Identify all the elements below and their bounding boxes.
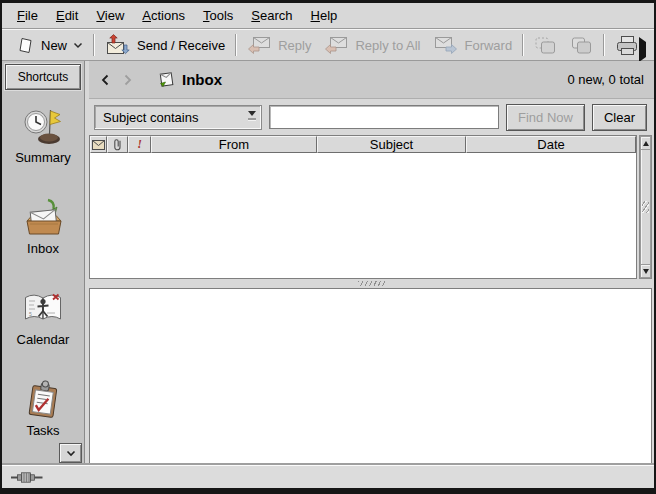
search-criteria-value: Subject contains [103, 110, 198, 125]
menu-item-tools[interactable]: Tools [194, 4, 242, 27]
menu-item-actions[interactable]: Actions [133, 4, 194, 27]
folder-message-counts: 0 new, 0 total [567, 72, 644, 87]
forward-button[interactable]: Forward [430, 33, 515, 57]
column-header-date[interactable]: Date [466, 136, 636, 153]
message-list: ! From Subject Date [89, 135, 654, 279]
status-bar [2, 465, 654, 488]
nav-forward-button[interactable] [120, 72, 136, 88]
sidebar-scroll-down-button[interactable] [59, 443, 82, 463]
scroll-down-icon [66, 450, 76, 457]
inbox-tray-icon [22, 198, 64, 238]
attachment-icon [113, 138, 122, 151]
forward-nav-icon [124, 74, 132, 86]
toolbar-separator [522, 34, 524, 56]
clear-button[interactable]: Clear [592, 104, 647, 131]
nav-back-button[interactable] [97, 72, 113, 88]
copy-to-folder-button[interactable] [567, 34, 596, 57]
app-window: File Edit View Actions Tools Search Help… [0, 0, 656, 494]
menu-item-search[interactable]: Search [242, 4, 301, 27]
priority-icon: ! [137, 137, 142, 152]
calendar-book-icon: 5 [22, 289, 64, 329]
splitter-grip [358, 281, 386, 286]
tasks-clipboard-icon [22, 380, 64, 420]
toolbar-overflow-icon [639, 37, 646, 62]
message-list-scrollbar [639, 135, 652, 279]
sidebar-item-label: Inbox [27, 241, 59, 256]
message-list-body[interactable] [90, 153, 636, 278]
shortcuts-sidebar: Shortcuts Summary [2, 61, 85, 465]
column-header-priority[interactable]: ! [128, 136, 151, 153]
inbox-folder-icon [157, 71, 175, 88]
preview-pane [89, 288, 652, 464]
shortcut-list: Summary [15, 90, 71, 438]
reply-to-all-button[interactable]: Reply to All [321, 33, 423, 57]
new-message-icon [16, 36, 35, 55]
message-status-icon [92, 140, 105, 150]
summary-clock-icon [22, 107, 64, 147]
scroll-up-button[interactable] [640, 136, 651, 150]
move-to-folder-button[interactable] [531, 34, 560, 57]
message-list-header: ! From Subject Date [90, 136, 636, 153]
scrollbar-thumb[interactable] [640, 150, 651, 264]
menu-item-edit[interactable]: Edit [47, 4, 87, 27]
folder-title: Inbox [182, 71, 222, 88]
delete-icon [652, 35, 656, 56]
toolbar-separator [603, 34, 605, 56]
find-now-button[interactable]: Find Now [506, 104, 585, 131]
toolbar-overflow-button[interactable] [637, 40, 648, 59]
sidebar-item-tasks[interactable]: Tasks [22, 380, 64, 438]
move-to-folder-icon [534, 36, 557, 55]
sidebar-item-summary[interactable]: Summary [15, 107, 71, 165]
sidebar-item-inbox[interactable]: Inbox [22, 198, 64, 256]
print-icon [615, 35, 639, 56]
send-receive-icon [105, 34, 131, 56]
menu-item-view[interactable]: View [87, 4, 133, 27]
menu-bar: File Edit View Actions Tools Search Help [2, 3, 654, 29]
sidebar-item-label: Summary [15, 150, 71, 165]
send-receive-button[interactable]: Send / Receive [102, 32, 228, 58]
menu-item-file[interactable]: File [8, 4, 47, 27]
column-header-subject[interactable]: Subject [317, 136, 466, 153]
reply-label: Reply [278, 38, 311, 53]
send-receive-label: Send / Receive [137, 38, 225, 53]
reply-button[interactable]: Reply [244, 33, 314, 57]
search-bar: Subject contains Find Now Clear [89, 99, 654, 135]
search-criteria-dropdown[interactable]: Subject contains [94, 105, 262, 130]
folder-title-bar: Inbox 0 new, 0 total [89, 61, 654, 99]
svg-text:5: 5 [29, 311, 32, 317]
menu-item-help[interactable]: Help [302, 4, 347, 27]
sidebar-item-label: Calendar [17, 332, 70, 347]
sidebar-item-label: Tasks [26, 423, 59, 438]
main-toolbar: New Send / Receive [2, 29, 654, 61]
search-input[interactable] [269, 105, 499, 129]
scroll-down-button[interactable] [640, 264, 651, 278]
back-icon [101, 74, 109, 86]
dropdown-arrow-icon [248, 111, 256, 120]
connection-plug-icon [11, 471, 45, 484]
column-header-from[interactable]: From [151, 136, 317, 153]
reply-icon [247, 35, 272, 55]
message-list-table: ! From Subject Date [89, 135, 637, 279]
column-header-attachment[interactable] [107, 136, 128, 153]
pane-splitter[interactable] [89, 279, 654, 288]
column-header-status[interactable] [90, 136, 107, 153]
new-button-label: New [41, 38, 67, 53]
sidebar-item-calendar[interactable]: 5 Calendar [17, 289, 70, 347]
delete-button[interactable] [649, 33, 656, 58]
scroll-down-icon [643, 269, 649, 274]
shortcuts-group-button[interactable]: Shortcuts [5, 64, 81, 90]
main-pane: Inbox 0 new, 0 total Subject contains Fi… [89, 61, 654, 465]
content-area: Shortcuts Summary [2, 61, 654, 465]
chevron-down-icon [73, 42, 83, 49]
reply-to-all-label: Reply to All [355, 38, 420, 53]
forward-icon [433, 35, 458, 55]
new-button[interactable]: New [13, 34, 86, 57]
reply-all-icon [324, 35, 349, 55]
toolbar-separator [235, 34, 237, 56]
copy-to-folder-icon [570, 36, 593, 55]
toolbar-separator [93, 34, 95, 56]
forward-label: Forward [464, 38, 512, 53]
scroll-up-icon [643, 141, 649, 146]
